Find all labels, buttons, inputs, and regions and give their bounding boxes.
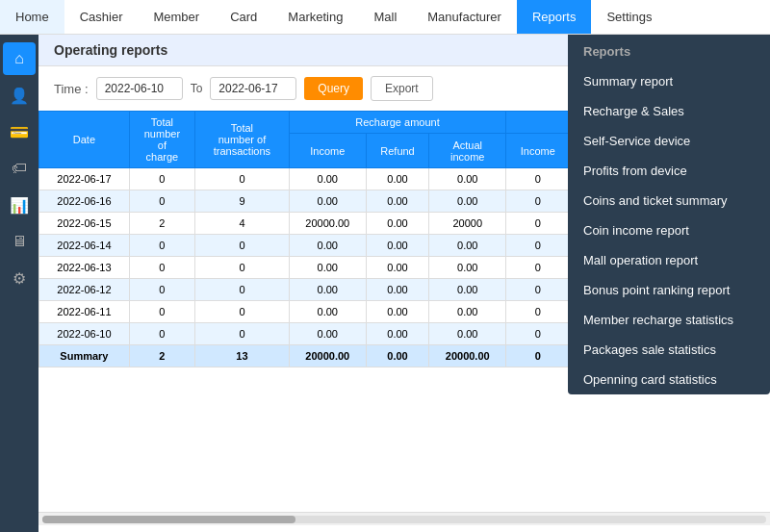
dropdown-profits-device[interactable]: Profits from device (568, 156, 770, 186)
summary-charge: 2 (129, 345, 194, 367)
scrollbar-thumb[interactable] (42, 516, 295, 523)
cell-transactions: 0 (194, 279, 289, 301)
cell-r-income: 0.00 (289, 323, 366, 345)
summary-m-income: 0 (506, 345, 570, 367)
sidebar-tag-icon[interactable]: 🏷 (3, 152, 36, 185)
col-transactions: Totalnumber oftransactions (194, 112, 289, 168)
cell-r-refund: 0.00 (366, 190, 429, 213)
time-label: Time : (54, 82, 89, 96)
date-from-input[interactable] (96, 77, 183, 100)
horizontal-scrollbar[interactable] (38, 512, 770, 525)
cell-charge: 0 (129, 168, 194, 190)
nav-home[interactable]: Home (0, 0, 64, 34)
cell-m-income: 0 (506, 213, 570, 235)
dropdown-recharge-sales[interactable]: Recharge & Sales (568, 96, 770, 126)
dropdown-coin-income[interactable]: Coin income report (568, 215, 770, 245)
sidebar-monitor-icon[interactable]: 🖥 (3, 225, 36, 258)
dropdown-summary-report[interactable]: Summary report (568, 66, 770, 96)
cell-charge: 0 (129, 190, 194, 213)
cell-r-income: 0.00 (289, 235, 366, 257)
cell-transactions: 0 (194, 235, 289, 257)
sidebar-home-icon[interactable]: ⌂ (3, 42, 36, 75)
cell-date: 2022-06-10 (39, 323, 130, 345)
summary-r-income: 20000.00 (289, 345, 366, 367)
cell-charge: 0 (129, 323, 194, 345)
sidebar-gear-icon[interactable]: ⚙ (3, 262, 36, 294)
cell-m-income: 0 (506, 301, 570, 323)
to-label: To (191, 82, 203, 95)
cell-date: 2022-06-16 (39, 190, 130, 213)
dropdown-self-service[interactable]: Self-Service device (568, 126, 770, 156)
col-r-actual: Actualincome (429, 134, 506, 168)
cell-r-actual: 0.00 (429, 301, 506, 323)
summary-transactions: 13 (194, 345, 289, 367)
cell-transactions: 4 (194, 213, 289, 235)
cell-r-income: 0.00 (289, 257, 366, 279)
nav-marketing[interactable]: Marketing (272, 0, 358, 34)
cell-m-income: 0 (506, 279, 570, 301)
nav-member[interactable]: Member (138, 0, 215, 34)
col-r-income: Income (289, 134, 366, 168)
nav-reports[interactable]: Reports (517, 0, 592, 34)
cell-r-refund: 0.00 (366, 279, 429, 301)
cell-r-refund: 0.00 (366, 323, 429, 345)
dropdown-packages-sale[interactable]: Packages sale statistics (568, 335, 770, 365)
sidebar-card-icon[interactable]: 💳 (3, 115, 36, 148)
top-navigation: Home Cashier Member Card Marketing Mall … (0, 0, 770, 35)
dropdown-opening-card[interactable]: Openning card statistics (568, 365, 770, 394)
dropdown-bonus-ranking[interactable]: Bonus point ranking report (568, 275, 770, 305)
cell-date: 2022-06-15 (39, 213, 130, 235)
cell-r-income: 0.00 (289, 279, 366, 301)
cell-r-actual: 0.00 (429, 323, 506, 345)
sidebar-user-icon[interactable]: 👤 (3, 79, 36, 112)
cell-m-income: 0 (506, 257, 570, 279)
nav-card[interactable]: Card (215, 0, 272, 34)
export-button[interactable]: Export (371, 76, 433, 101)
cell-r-actual: 0.00 (429, 168, 506, 190)
cell-r-actual: 20000 (429, 213, 506, 235)
cell-charge: 0 (129, 279, 194, 301)
dropdown-member-recharge[interactable]: Member recharge statistics (568, 305, 770, 335)
main-content: Operating reports Time : To Query Export… (38, 35, 770, 532)
reports-dropdown-menu: Reports Summary report Recharge & Sales … (568, 35, 770, 394)
cell-transactions: 0 (194, 323, 289, 345)
col-m-income: Income (506, 134, 570, 168)
cell-charge: 0 (129, 301, 194, 323)
cell-date: 2022-06-12 (39, 279, 130, 301)
col-charge: Totalnumberofcharge (129, 112, 194, 168)
cell-r-income: 0.00 (289, 190, 366, 213)
dropdown-mall-operation[interactable]: Mall operation report (568, 245, 770, 275)
query-button[interactable]: Query (304, 77, 363, 100)
cell-transactions: 0 (194, 301, 289, 323)
nav-settings[interactable]: Settings (591, 0, 667, 34)
cell-r-refund: 0.00 (366, 257, 429, 279)
cell-transactions: 0 (194, 257, 289, 279)
cell-m-income: 0 (506, 168, 570, 190)
cell-m-income: 0 (506, 190, 570, 213)
cell-r-refund: 0.00 (366, 301, 429, 323)
cell-r-actual: 0.00 (429, 257, 506, 279)
date-to-input[interactable] (210, 77, 296, 100)
sidebar-chart-icon[interactable]: 📊 (3, 189, 36, 221)
cell-r-income: 20000.00 (289, 213, 366, 235)
cell-charge: 0 (129, 235, 194, 257)
nav-cashier[interactable]: Cashier (64, 0, 139, 34)
nav-manufacturer[interactable]: Manufacturer (412, 0, 517, 34)
dropdown-coins-ticket[interactable]: Coins and ticket summary (568, 186, 770, 215)
cell-charge: 2 (129, 213, 194, 235)
cell-r-actual: 0.00 (429, 279, 506, 301)
cell-date: 2022-06-11 (39, 301, 130, 323)
cell-charge: 0 (129, 257, 194, 279)
main-layout: ⌂ 👤 💳 🏷 📊 🖥 ⚙ Operating reports Time : T… (0, 35, 770, 532)
col-r-refund: Refund (366, 134, 429, 168)
summary-r-actual: 20000.00 (429, 345, 506, 367)
cell-r-refund: 0.00 (366, 235, 429, 257)
scrollbar-track (42, 516, 766, 523)
cell-transactions: 0 (194, 168, 289, 190)
cell-r-actual: 0.00 (429, 190, 506, 213)
col-recharge-amount: Recharge amount (289, 112, 505, 134)
nav-mall[interactable]: Mall (358, 0, 412, 34)
cell-r-income: 0.00 (289, 168, 366, 190)
sidebar: ⌂ 👤 💳 🏷 📊 🖥 ⚙ (0, 35, 38, 532)
cell-m-income: 0 (506, 235, 570, 257)
